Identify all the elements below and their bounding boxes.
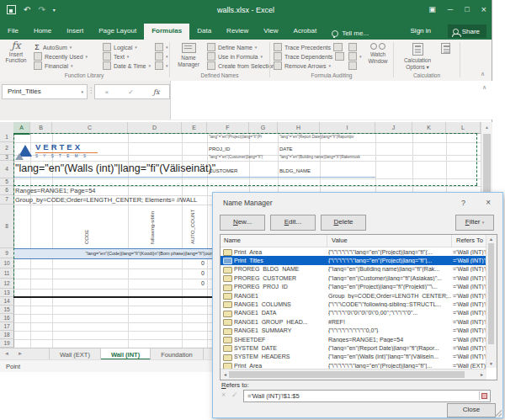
row-header-6[interactable]: 6 xyxy=(0,186,14,195)
name-row-proreg-bldg-name[interactable]: PROREG_BLDG_NAME{"lang="en"(Building nam… xyxy=(221,265,486,274)
list-horizontal-scrollbar[interactable]: ◄ ► xyxy=(221,369,486,380)
cell-H4[interactable]: BLDG_NAME xyxy=(279,168,311,173)
cell-F2[interactable]: PROJ_ID xyxy=(209,146,230,152)
sheet-tab-foundation[interactable]: Foundation xyxy=(151,348,204,360)
dialog-close-icon[interactable]: × xyxy=(486,198,491,207)
name-row-range1-data[interactable]: RANGE1_DATA{"\"\"\"\"0\"0\"0\"0\"0,00";"… xyxy=(221,309,486,317)
cell-E12[interactable]: 0 xyxy=(182,280,205,286)
column-header-C[interactable]: C xyxy=(52,122,128,134)
share-button[interactable]: Share xyxy=(448,24,486,38)
ribbon-tab-home[interactable]: Home xyxy=(26,24,59,40)
name-row-range1-summary[interactable]: RANGE1_SUMMARY{"\"\"\"\"\"\"\"\"\"0,0"}=… xyxy=(221,327,486,335)
name-row-proreg-proj-id[interactable]: PROREG_PROJ_ID{"lang="en"(Project)|lang=… xyxy=(221,283,486,291)
name-row-print-area[interactable]: Print_Area{"\"\"\"\"\"\"lang="en"(Projec… xyxy=(221,247,486,256)
delete-button[interactable]: Delete xyxy=(321,215,366,231)
column-header-J[interactable]: J xyxy=(375,122,412,134)
list-vertical-scrollbar[interactable]: ▲ ▼ xyxy=(486,235,497,368)
row-header-1[interactable]: 1 xyxy=(0,133,14,142)
cell-A6[interactable]: Ranges=RANGE1; Page=54 xyxy=(15,187,95,194)
ribbon-recently-used-button[interactable]: Recently Used▾ xyxy=(34,53,88,60)
edit-button[interactable]: Edit... xyxy=(270,215,316,231)
sheet-prev-icon[interactable]: ◄ xyxy=(0,348,13,360)
row-header-4[interactable]: 4 xyxy=(0,161,14,178)
dialog-title-bar[interactable]: Name Manager xyxy=(213,193,502,211)
ribbon-financial-button[interactable]: Financial▾ xyxy=(34,62,88,69)
column-header-H[interactable]: H xyxy=(278,122,320,134)
row-header-13[interactable]: 13 xyxy=(0,289,14,297)
list-hscrollbar-thumb[interactable] xyxy=(229,371,465,378)
ribbon-display-options-icon[interactable]: ▣ xyxy=(428,5,436,13)
name-row-system-headers[interactable]: SYSTEM_HEADERS{"lang="en"(Walls (int)"|l… xyxy=(221,353,486,361)
column-header-F[interactable]: F xyxy=(207,122,249,134)
row-header-10[interactable]: 10 xyxy=(0,258,14,268)
row-header-19[interactable]: 19 xyxy=(0,339,14,348)
cell-F3[interactable]: "lang"="en"(Customer)|lang="fi"( xyxy=(209,155,277,159)
sheet-next-icon[interactable]: ► xyxy=(13,348,27,360)
row-header-17[interactable]: 17 xyxy=(0,322,14,331)
row-header-14[interactable]: 14 xyxy=(0,297,14,306)
sign-in-link[interactable]: Sign in xyxy=(411,27,431,35)
new-button[interactable]: New... xyxy=(220,215,265,231)
column-header-L[interactable]: L xyxy=(446,122,481,134)
cell-C8-vertical[interactable]: CODE xyxy=(84,207,89,244)
row-header-3[interactable]: 3 xyxy=(0,155,14,161)
row-header-11[interactable]: 11 xyxy=(0,268,14,279)
row-header-18[interactable]: 18 xyxy=(0,331,14,339)
ribbon-trace-dependents-button[interactable]: Trace Dependents xyxy=(274,53,344,60)
ribbon-tab-review[interactable]: Review xyxy=(219,24,256,40)
list-scroll-left-icon[interactable]: ◄ xyxy=(223,372,227,377)
name-box[interactable]: Print_Titles ▾ xyxy=(2,84,88,99)
name-row-sheetdef[interactable]: SHEETDEFRanges=RANGE1; Page=54='Wall (IN… xyxy=(221,335,486,343)
ribbon-remove-arrows-button[interactable]: Remove Arrows▾ xyxy=(274,62,344,69)
cell-H1[interactable]: "lang"="en"(Report Date)|lang="fi"(Rapor… xyxy=(279,135,375,139)
column-name[interactable]: Name xyxy=(224,237,241,244)
scroll-up-icon[interactable]: ▲ xyxy=(481,125,492,130)
filter-button[interactable]: Filter ▾ xyxy=(455,215,494,231)
name-box-dropdown-icon[interactable]: ▾ xyxy=(81,89,83,94)
ribbon-use-in-formula-button[interactable]: Use in Formula▾ xyxy=(207,53,275,60)
column-header-K[interactable]: K xyxy=(412,122,446,134)
formula-input[interactable] xyxy=(170,81,492,120)
ribbon-autosum-button[interactable]: ΣAutoSum▾ xyxy=(34,44,88,51)
row-header-9[interactable]: 9 xyxy=(0,248,14,258)
list-scroll-up-icon[interactable]: ▲ xyxy=(486,237,496,242)
select-all-corner[interactable] xyxy=(0,122,14,134)
name-row-range1-columns[interactable]: RANGE1_COLUMNS{"\"\"\CODE"\"following-si… xyxy=(221,300,486,308)
row-header-8[interactable]: 8 xyxy=(0,205,14,248)
column-header-E[interactable]: E xyxy=(182,122,207,134)
close-icon[interactable]: × xyxy=(481,4,486,14)
ribbon-tab-formulas[interactable]: Formulas xyxy=(144,24,189,40)
row9-selection[interactable]: "lang="en"(Code)|lang="fi"(Koodi)n"(Bom … xyxy=(13,248,217,259)
column-header-G[interactable]: G xyxy=(249,122,278,134)
show-formulas-button[interactable] xyxy=(348,44,362,51)
sheet-tab-wall-ext-[interactable]: Wall (EXT) xyxy=(49,348,101,360)
row-header-7[interactable]: 7 xyxy=(0,195,14,205)
ribbon-tab-insert[interactable]: Insert xyxy=(59,24,91,40)
ribbon-tab-page-layout[interactable]: Page Layout xyxy=(91,24,144,40)
column-value[interactable]: Value xyxy=(332,237,348,244)
cell-F1[interactable]: "lang"="en"(Project)|lang="fi"(Pr xyxy=(209,135,277,139)
cell-A7[interactable]: Group_by=CODE;Order=LENGTH_CENTER; Eleme… xyxy=(15,196,197,204)
row-header-15[interactable]: 15 xyxy=(0,306,14,314)
range-select-icon[interactable] xyxy=(479,391,489,400)
ribbon-tab-acrobat[interactable]: Acrobat xyxy=(286,24,325,40)
column-header-I[interactable]: I xyxy=(320,122,375,134)
name-row-range1-group-head-[interactable]: RANGE1_GROUP_HEAD...#REF!='Wall (INT)'!#… xyxy=(221,317,486,326)
close-button[interactable]: Close xyxy=(447,403,496,417)
insert-function-icon[interactable]: ƒx xyxy=(153,88,159,96)
expand-formula-bar-icon[interactable]: ∧ xyxy=(482,84,486,91)
collapse-ribbon-icon[interactable]: ∧ xyxy=(481,71,485,77)
math-trig-button[interactable]: ▾ xyxy=(155,53,168,60)
confirm-entry-icon[interactable]: ✓ xyxy=(128,88,134,96)
maximize-icon[interactable]: □ xyxy=(465,5,469,13)
lookup-reference-button[interactable]: ▾ xyxy=(155,44,168,51)
row-header-16[interactable]: 16 xyxy=(0,314,14,322)
name-row-print-titles[interactable]: Print_Titles{"\"\"\"\"\"\"lang="en"(Proj… xyxy=(221,256,486,264)
dialog-resize-grip[interactable] xyxy=(495,410,502,417)
cell-E8-vertical[interactable]: AUTO_COUNT xyxy=(190,207,195,244)
refers-to-input[interactable]: ='Wall (INT)'!$1:$5 xyxy=(243,390,491,402)
cell-H2[interactable]: DATE xyxy=(279,146,293,152)
column-header-D[interactable]: D xyxy=(128,122,182,134)
ribbon-trace-precedents-button[interactable]: Trace Precedents xyxy=(274,44,344,51)
ribbon-tab-file[interactable]: File xyxy=(0,24,26,40)
